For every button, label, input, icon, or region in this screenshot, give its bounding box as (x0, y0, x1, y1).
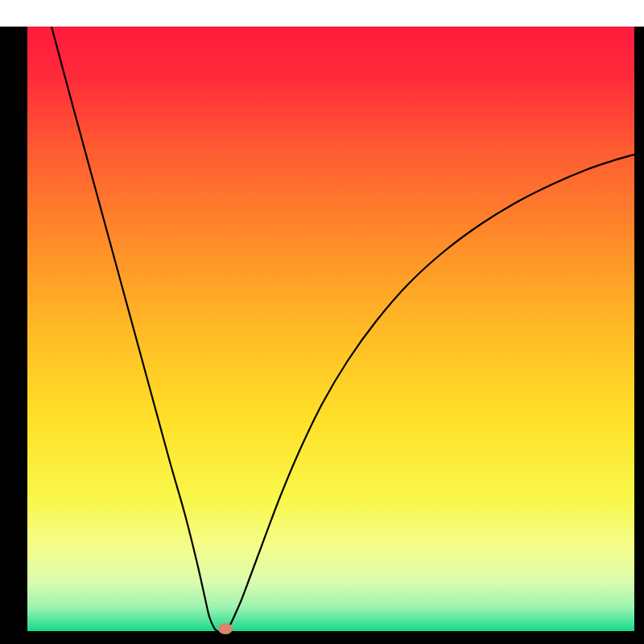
chart-stage: { "watermark": "TheBottleneck.com", "cha… (0, 0, 644, 644)
top-white-margin (0, 0, 644, 27)
optimum-marker (218, 623, 233, 634)
bottleneck-chart (0, 0, 644, 644)
plot-background-gradient (27, 27, 634, 631)
